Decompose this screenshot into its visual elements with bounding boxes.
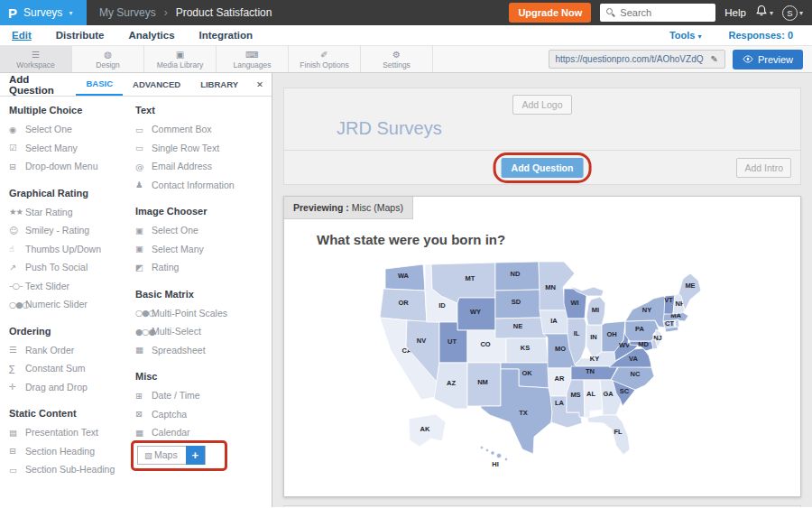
toolbar-tab-media-library[interactable]: ▣Media Library [144, 46, 217, 72]
state-HI[interactable] [497, 454, 502, 458]
state-label-SD: SD [512, 298, 521, 306]
design-palette-icon: ◍ [104, 50, 112, 60]
question-type-basic-matrix-spreadsheet[interactable]: ▦Spreadsheet [135, 341, 266, 360]
toolbar-tab-design[interactable]: ◍Design [72, 46, 144, 72]
upgrade-now-button[interactable]: Upgrade Now [509, 3, 591, 23]
question-type-ordering-rank-order[interactable]: ☰Rank Order [9, 341, 126, 360]
panel-tab-basic[interactable]: BASIC [76, 73, 123, 96]
breadcrumb-my-surveys[interactable]: My Surveys [99, 6, 156, 19]
question-type-maps[interactable]: ▧Maps+ [137, 446, 206, 465]
close-icon[interactable]: ✕ [248, 73, 272, 96]
state-HI[interactable] [505, 458, 508, 461]
state-HI[interactable] [491, 451, 494, 455]
question-type-maps-highlighted: ▧Maps+ [137, 446, 206, 465]
question-type-misc-captcha[interactable]: ⊠Captcha [135, 405, 266, 424]
panel-title: Add Question [0, 73, 76, 96]
map-container: WAORCANVIDMTWYUTCOAZNMNDSDNEKSOKTXMNIAMO… [284, 249, 800, 480]
question-type-image-chooser-select-one[interactable]: ▣Select One [135, 221, 266, 240]
question-type-misc-date-time[interactable]: ⊞Date / Time [135, 386, 266, 405]
section-heading-multiple-choice: Multiple Choice [9, 105, 126, 115]
nav-tab-integration[interactable]: Integration [199, 30, 253, 41]
us-map[interactable]: WAORCANVIDMTWYUTCOAZNMNDSDNEKSOKTXMNIAMO… [380, 249, 705, 476]
state-HI[interactable] [486, 449, 489, 452]
toolbar-tab-languages[interactable]: ⌨Languages [217, 46, 289, 72]
state-label-KY: KY [590, 355, 599, 363]
add-intro-button[interactable]: Add Intro [736, 158, 791, 178]
question-type-basic-matrix-multi-select[interactable]: ●○●Multi-Select [135, 322, 266, 341]
question-type-text-comment-box[interactable]: ▭Comment Box [135, 120, 266, 139]
state-label-MT: MT [466, 274, 475, 282]
question-type-image-chooser-select-many[interactable]: ▣Select Many [135, 240, 266, 259]
preview-card: Previewing : Misc (Maps) What state were… [283, 196, 801, 497]
question-type-multiple-choice-select-one[interactable]: ◉Select One [9, 120, 126, 139]
state-label-HI: HI [492, 460, 499, 468]
state-label-OK: OK [521, 369, 532, 377]
add-logo-button[interactable]: Add Logo [512, 95, 573, 115]
state-label-IL: IL [574, 329, 580, 337]
question-type-static-content-section-heading[interactable]: ⊟Section Heading [9, 442, 126, 461]
survey-canvas: Add Logo JRD Surveys Add Question Add In… [272, 73, 812, 507]
question-type-multiple-choice-select-many[interactable]: ☑Select Many [9, 139, 126, 158]
nav-tab-edit[interactable]: Edit [12, 30, 32, 41]
question-type-multiple-choice-drop-down-menu[interactable]: ⊟Drop-down Menu [9, 157, 126, 176]
edit-url-icon[interactable]: ✎ [710, 54, 717, 64]
question-type-graphical-rating-thumbs-up-down[interactable]: ☝Thumbs Up/Down [9, 240, 126, 259]
section-heading-misc: Misc [135, 371, 266, 382]
state-RI[interactable] [675, 319, 679, 328]
spreadsheet-icon: ▦ [135, 345, 152, 355]
breadcrumb-separator-icon: › [164, 6, 168, 19]
help-link[interactable]: Help [724, 7, 746, 18]
toolbar-tab-workspace[interactable]: ☰Workspace [0, 46, 72, 72]
next-section-card [283, 505, 801, 507]
nav-tab-distribute[interactable]: Distribute [56, 30, 105, 41]
app-menu[interactable]: P Surveys ▾ [0, 0, 87, 25]
question-type-image-chooser-rating[interactable]: ◩Rating [135, 258, 266, 277]
state-FL[interactable] [587, 415, 630, 455]
responses-counter[interactable]: Responses: 0 [728, 30, 793, 41]
state-AL[interactable] [584, 380, 603, 418]
maps-add-button[interactable]: + [186, 446, 205, 465]
account-menu[interactable]: S ▾ [782, 5, 803, 21]
state-TN[interactable] [571, 366, 618, 380]
question-type-ordering-drag-and-drop[interactable]: ✛Drag and Drop [9, 378, 126, 397]
state-HI[interactable] [481, 447, 484, 449]
search-input[interactable] [600, 4, 715, 22]
drag-drop-icon: ✛ [9, 382, 25, 392]
question-type-text-email-address[interactable]: @Email Address [135, 157, 266, 176]
thumbs-up-icon: ☝ [9, 244, 25, 254]
question-types-column-1: Multiple Choice◉Select One☑Select Many⊟D… [0, 97, 126, 507]
state-label-OR: OR [398, 299, 409, 307]
question-type-graphical-rating-text-slider[interactable]: –○–Text Slider [9, 277, 126, 296]
toolbar-tab-settings[interactable]: ⚙Settings [361, 46, 433, 72]
toolbar-tab-finish-options[interactable]: ✐Finish Options [289, 46, 361, 72]
tools-menu[interactable]: Tools ▾ [669, 30, 702, 41]
notifications-button[interactable]: ▾ [755, 5, 773, 21]
panel-tab-library[interactable]: LIBRARY [190, 73, 248, 96]
question-type-graphical-rating-push-to-social[interactable]: ↗Push To Social [9, 258, 126, 277]
question-type-graphical-rating-smiley-rating[interactable]: ☺Smiley - Rating [9, 221, 126, 240]
question-type-basic-matrix-multi-point-scales[interactable]: ○●○Multi-Point Scales [135, 304, 266, 323]
image-rating-icon: ◩ [135, 263, 152, 272]
question-type-graphical-rating-star-rating[interactable]: ★★Star Rating [9, 203, 126, 222]
smiley-icon: ☺ [9, 226, 25, 236]
panel-tab-advanced[interactable]: ADVANCED [123, 73, 190, 96]
image-select-one-icon: ▣ [135, 226, 152, 236]
question-type-graphical-rating-numeric-slider[interactable]: ○●○Numeric Slider [9, 295, 126, 314]
survey-url[interactable]: https://questionpro.com/t/AOhoVZdQ [556, 54, 704, 64]
preview-button[interactable]: Preview [733, 50, 803, 69]
question-type-text-contact-information[interactable]: ♟Contact Information [135, 176, 266, 195]
nav-tab-analytics[interactable]: Analytics [128, 30, 174, 41]
question-type-ordering-constant-sum[interactable]: ∑Constant Sum [9, 359, 126, 378]
question-type-text-single-row-text[interactable]: ▭Single Row Text [135, 139, 266, 158]
state-label-VT: VT [664, 296, 673, 304]
add-question-button[interactable]: Add Question [502, 158, 584, 178]
single-row-text-icon: ▭ [135, 143, 152, 152]
rank-order-icon: ☰ [9, 345, 25, 355]
state-label-AK: AK [420, 425, 430, 433]
question-type-misc-calendar[interactable]: ▦Calendar [135, 423, 266, 442]
add-question-panel: Add Question BASICADVANCEDLIBRARY ✕ Mult… [0, 73, 272, 507]
question-type-static-content-section-sub-heading[interactable]: ▭Section Sub-Heading [9, 460, 126, 479]
text-slider-icon: –○– [9, 281, 25, 291]
question-type-static-content-presentation-text[interactable]: ▤Presentation Text [9, 423, 126, 442]
state-label-VA: VA [629, 355, 638, 363]
